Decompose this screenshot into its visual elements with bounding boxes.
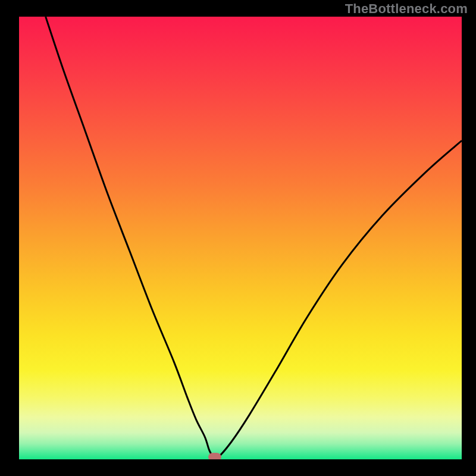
optimal-point-marker <box>208 453 221 459</box>
chart-frame: TheBottleneck.com <box>0 0 476 476</box>
watermark-text: TheBottleneck.com <box>345 1 468 17</box>
plot-area <box>19 17 462 459</box>
bottleneck-curve <box>19 17 462 459</box>
